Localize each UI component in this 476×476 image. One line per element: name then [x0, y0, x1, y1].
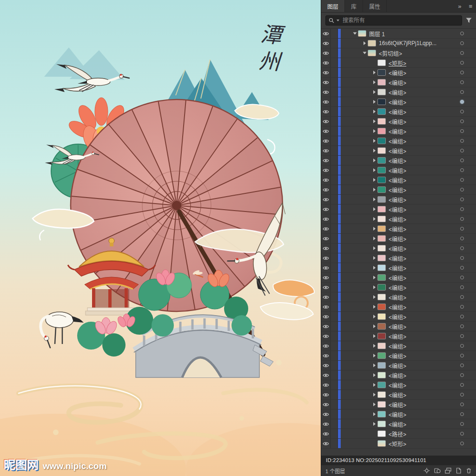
new-sublayer-icon[interactable]	[445, 468, 451, 474]
lock-column[interactable]	[331, 117, 338, 126]
target-circle-icon[interactable]	[460, 344, 464, 348]
layer-thumbnail[interactable]	[377, 264, 386, 271]
visibility-eye-icon[interactable]	[321, 117, 331, 126]
target-circle-icon[interactable]	[460, 227, 464, 231]
target-circle-icon[interactable]	[460, 403, 464, 406]
visibility-eye-icon[interactable]	[321, 322, 331, 331]
lock-column[interactable]	[331, 361, 338, 370]
layer-row[interactable]: <编组>	[321, 273, 476, 283]
layer-thumbnail[interactable]	[377, 128, 386, 134]
target-circle-icon[interactable]	[460, 373, 464, 377]
layer-thumbnail[interactable]	[377, 294, 386, 300]
target-circle-icon[interactable]	[460, 80, 464, 84]
visibility-eye-icon[interactable]	[321, 390, 331, 399]
visibility-eye-icon[interactable]	[321, 214, 331, 224]
expand-chevron-icon[interactable]	[373, 285, 376, 289]
lock-column[interactable]	[331, 58, 338, 67]
layer-thumbnail[interactable]	[377, 60, 386, 66]
visibility-eye-icon[interactable]	[321, 273, 331, 282]
lock-column[interactable]	[331, 419, 338, 429]
lock-column[interactable]	[331, 331, 338, 341]
visibility-eye-icon[interactable]	[321, 370, 331, 380]
layer-row[interactable]: <编组>	[321, 68, 476, 78]
layer-name[interactable]: <编组>	[389, 245, 457, 252]
visibility-eye-icon[interactable]	[321, 136, 331, 145]
expand-chevron-icon[interactable]	[373, 217, 376, 221]
layer-name[interactable]: <编组>	[389, 235, 457, 243]
expand-chevron-icon[interactable]	[373, 364, 376, 367]
layer-thumbnail[interactable]	[377, 430, 386, 437]
lock-column[interactable]	[331, 341, 338, 350]
expand-chevron-icon[interactable]	[373, 295, 376, 299]
search-box[interactable]	[325, 15, 462, 26]
visibility-eye-icon[interactable]	[321, 146, 331, 155]
layer-row[interactable]: <编组>	[321, 400, 476, 410]
layer-row[interactable]: <剪切组>	[321, 48, 476, 58]
layer-thumbnail[interactable]	[377, 177, 386, 183]
locate-object-icon[interactable]	[423, 468, 430, 474]
target-circle-icon[interactable]	[460, 354, 464, 357]
layer-thumbnail[interactable]	[377, 118, 386, 125]
visibility-eye-icon[interactable]	[321, 87, 331, 97]
lock-column[interactable]	[331, 263, 338, 272]
layer-thumbnail[interactable]	[377, 284, 386, 291]
search-input[interactable]	[342, 17, 459, 24]
visibility-eye-icon[interactable]	[321, 439, 331, 448]
layer-row[interactable]: <编组>	[321, 370, 476, 380]
layer-row[interactable]: <编组>	[321, 156, 476, 165]
visibility-eye-icon[interactable]	[321, 380, 331, 390]
expand-chevron-icon[interactable]	[373, 344, 376, 348]
visibility-eye-icon[interactable]	[321, 312, 331, 321]
expand-chevron-icon[interactable]	[373, 139, 376, 143]
clipping-mask-icon[interactable]	[434, 468, 441, 474]
tab-libraries[interactable]: 库	[345, 0, 363, 12]
expand-chevron-icon[interactable]	[373, 354, 376, 357]
lock-column[interactable]	[331, 205, 338, 214]
layer-thumbnail[interactable]	[368, 50, 376, 56]
expand-chevron-icon[interactable]	[373, 178, 376, 182]
layer-thumbnail[interactable]	[377, 186, 386, 193]
layer-thumbnail[interactable]	[377, 440, 386, 447]
target-circle-icon[interactable]	[460, 168, 464, 172]
layer-name[interactable]: <编组>	[389, 69, 457, 77]
layer-name[interactable]: <编组>	[389, 362, 457, 370]
expand-chevron-icon[interactable]	[373, 315, 376, 318]
layer-name[interactable]: <编组>	[389, 147, 457, 155]
lock-column[interactable]	[331, 48, 338, 58]
expand-chevron-icon[interactable]	[373, 119, 376, 123]
layer-name[interactable]: <编组>	[389, 176, 457, 184]
layer-name[interactable]: <编组>	[389, 352, 457, 360]
delete-layer-icon[interactable]	[466, 468, 472, 474]
target-circle-icon[interactable]	[460, 51, 464, 55]
target-circle-icon[interactable]	[460, 139, 464, 143]
lock-column[interactable]	[331, 136, 338, 145]
layer-name[interactable]: <编组>	[389, 196, 457, 204]
layer-row[interactable]: <编组>	[321, 87, 476, 97]
target-circle-icon[interactable]	[460, 393, 464, 397]
layer-thumbnail[interactable]	[377, 411, 386, 417]
target-circle-icon[interactable]	[460, 383, 464, 387]
new-layer-icon[interactable]	[456, 468, 462, 474]
target-circle-icon[interactable]	[460, 324, 464, 328]
visibility-eye-icon[interactable]	[321, 283, 331, 292]
target-circle-icon[interactable]	[460, 100, 464, 104]
target-circle-icon[interactable]	[460, 110, 464, 113]
layer-thumbnail[interactable]	[377, 157, 386, 164]
layer-row[interactable]: <编组>	[321, 214, 476, 224]
layer-name[interactable]: <编组>	[389, 166, 457, 174]
lock-column[interactable]	[331, 195, 338, 204]
layer-name[interactable]: <编组>	[389, 157, 457, 165]
layer-name[interactable]: <编组>	[389, 79, 457, 86]
visibility-eye-icon[interactable]	[321, 68, 331, 77]
layer-row[interactable]: <编组>	[321, 78, 476, 87]
layer-name[interactable]: <编组>	[389, 264, 457, 272]
visibility-eye-icon[interactable]	[321, 361, 331, 370]
expand-chevron-icon[interactable]	[373, 129, 376, 133]
layer-row[interactable]: 图层 1	[321, 29, 476, 39]
target-circle-icon[interactable]	[460, 178, 464, 182]
layer-name[interactable]: 16s6tQiiK7jRPj1Lqpp...	[379, 40, 457, 46]
layer-row[interactable]: <编组>	[321, 224, 476, 234]
expand-chevron-icon[interactable]	[373, 276, 376, 279]
lock-column[interactable]	[331, 175, 338, 185]
visibility-eye-icon[interactable]	[321, 175, 331, 185]
